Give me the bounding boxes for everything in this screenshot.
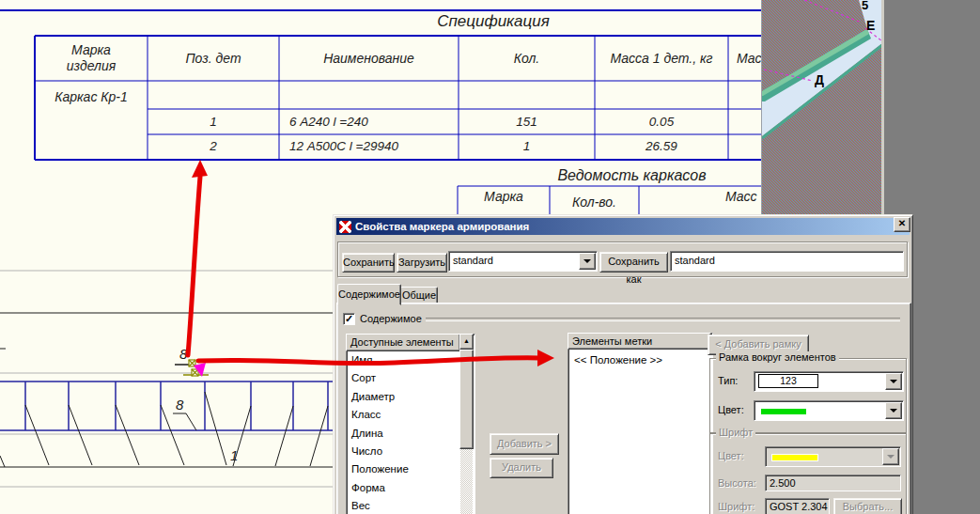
grid-axis-label: Е: [866, 18, 875, 33]
spec-col-header: Кол.: [459, 51, 595, 66]
font-color-label: Цвет:: [718, 450, 744, 461]
frame-type-label: Тип:: [718, 375, 738, 386]
frame-color-select[interactable]: [754, 400, 904, 421]
content-checkbox-label: Содержимое: [360, 313, 422, 324]
font-color-swatch: [771, 454, 818, 461]
list-item[interactable]: Сорт: [348, 370, 459, 388]
spec-cell: 12 А500С l =29940: [289, 139, 398, 153]
group-title: Шрифт: [716, 427, 755, 438]
font-name-value: GOST 2.304: [770, 501, 828, 512]
spec-cell: 6 А240 l =240: [289, 115, 368, 129]
spec-cell: 1: [148, 115, 279, 129]
vedomost-col-header: Кол-во.: [550, 195, 639, 210]
content-checkbox[interactable]: ✓: [343, 313, 355, 325]
screenshot-root: Спецификация Марка изделия Поз. дет Наим…: [0, 0, 980, 514]
save-button[interactable]: Сохранить: [342, 253, 395, 273]
chevron-down-icon: [882, 448, 899, 465]
dialog-title: Свойства маркера армирования: [355, 221, 529, 232]
add-element-button: Добавить >: [490, 433, 559, 455]
chevron-down-icon[interactable]: [885, 402, 902, 419]
available-elements-items: Имя Сорт Диаметр Класс Длина Число Полож…: [348, 352, 459, 514]
dialog-titlebar[interactable]: Свойства маркера армирования: [336, 218, 910, 235]
chevron-down-icon[interactable]: [579, 253, 596, 270]
group-separator: [426, 318, 900, 321]
grid-axis-label: Д: [815, 72, 824, 87]
font-name-label: Шрифт:: [718, 501, 754, 512]
list-item[interactable]: Число: [348, 444, 459, 461]
tab-content[interactable]: Содержимое: [337, 284, 401, 305]
frame-around-elements-group: Рамка вокруг элементов Тип: 123 Цвет:: [709, 358, 907, 433]
scrollbar-thumb[interactable]: [459, 350, 474, 449]
font-height-field: 2.500: [765, 475, 901, 491]
list-item[interactable]: Длина: [348, 426, 459, 444]
font-group: Шрифт Цвет: Высота: 2.500 Шрифт: GOST 2.…: [709, 433, 907, 514]
frame-color-label: Цвет:: [718, 404, 744, 415]
vedomost-title: Ведомость каркасов: [531, 167, 733, 184]
close-icon[interactable]: ✕: [894, 217, 910, 232]
list-item[interactable]: Класс: [348, 407, 459, 425]
choose-font-button: Выбрать...: [833, 498, 902, 514]
spec-cell: 0.05: [595, 115, 728, 129]
label-elements-header: Элементы метки: [568, 333, 711, 350]
font-color-select: [765, 446, 901, 467]
list-item[interactable]: Вес: [348, 498, 459, 514]
spec-cell: 2: [148, 139, 279, 153]
save-as-input[interactable]: standard: [670, 251, 904, 272]
load-button[interactable]: Загрузить: [397, 253, 447, 273]
group-title: Рамка вокруг элементов: [716, 351, 839, 363]
save-as-button[interactable]: Сохранить как: [599, 252, 668, 273]
font-name-field: GOST 2.304: [765, 498, 830, 514]
font-height-value: 2.500: [770, 477, 796, 489]
spec-col-header: Масса 1 дет., кг: [595, 51, 728, 66]
list-item[interactable]: Имя: [348, 352, 459, 370]
remove-element-button: Удалить: [490, 458, 553, 478]
vedomost-col-header: Марка: [458, 189, 550, 204]
spec-col-header: Мас: [737, 51, 762, 66]
save-as-input-value: standard: [675, 255, 715, 266]
spec-cell: 1: [459, 139, 595, 153]
list-item[interactable]: Положение: [348, 461, 459, 479]
frame-type-select[interactable]: 123: [754, 371, 904, 392]
font-height-label: Высота:: [718, 477, 756, 489]
available-elements-header[interactable]: Доступные элементы: [346, 334, 460, 351]
preset-select[interactable]: standard: [448, 251, 598, 272]
list-item[interactable]: Диаметр: [348, 389, 459, 407]
spec-col-header: Поз. дет: [148, 51, 279, 66]
preset-select-value: standard: [453, 255, 493, 266]
spec-table-title: Спецификация: [399, 12, 587, 31]
frame-color-swatch: [760, 408, 807, 415]
rebar-position-label[interactable]: 8: [176, 397, 183, 413]
spec-cell: 151: [459, 115, 595, 129]
grid-axis-label: 5: [862, 0, 868, 12]
rebar-position-label[interactable]: 8: [179, 346, 187, 362]
app-icon: [339, 221, 351, 233]
frame-type-preview: 123: [758, 374, 818, 388]
rebar-position-label[interactable]: 1: [230, 447, 238, 463]
chevron-down-icon[interactable]: [885, 373, 902, 390]
spec-col-header: Марка изделия: [49, 42, 133, 74]
list-item[interactable]: Форма: [348, 480, 459, 498]
spec-cell: 26.59: [595, 139, 728, 153]
reinforcement-marker-properties-dialog: Свойства маркера армирования ✕ Сохранить…: [333, 214, 913, 514]
marker-grips: [183, 360, 209, 377]
vedomost-col-header: Масс: [725, 189, 757, 204]
spec-col-header: Наименование: [279, 51, 459, 66]
list-item[interactable]: << Положение >>: [570, 352, 711, 370]
spec-group-label: Каркас Кр-1: [44, 89, 138, 104]
scroll-up-icon[interactable]: ▲: [459, 334, 474, 350]
